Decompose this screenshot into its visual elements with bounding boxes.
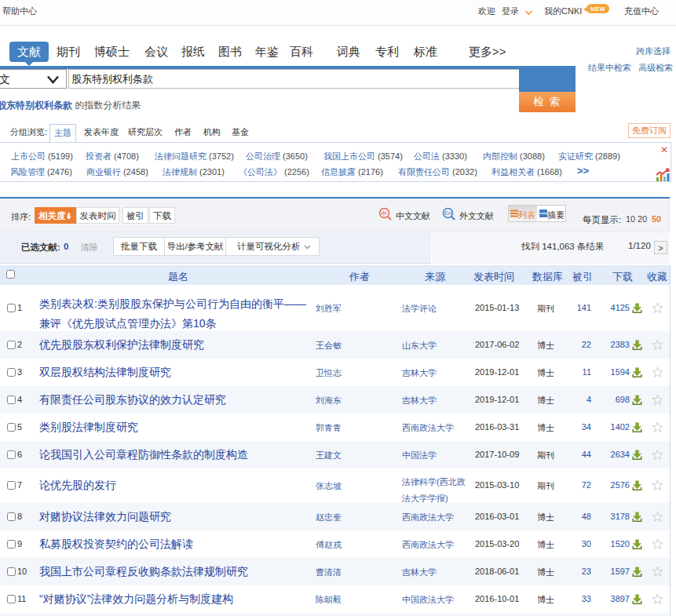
- svg-text:中: 中: [381, 210, 388, 217]
- svg-text:En: En: [444, 210, 451, 217]
